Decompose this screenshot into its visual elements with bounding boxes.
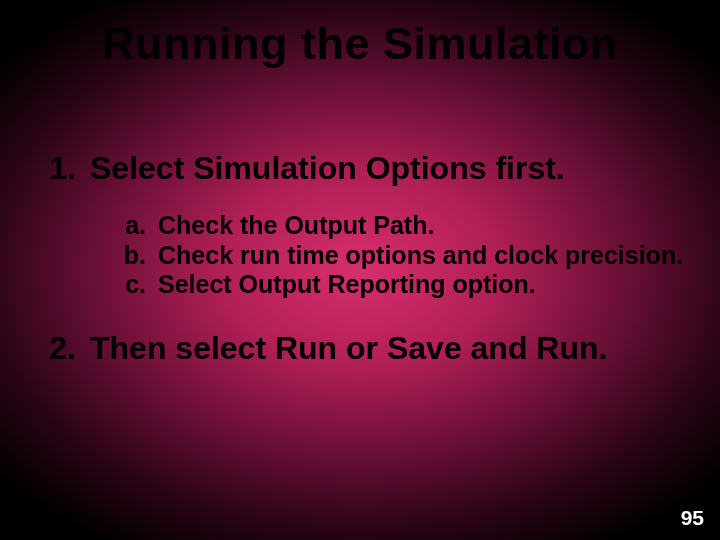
slide-body: 1. Select Simulation Options first. a. C… xyxy=(30,150,690,391)
substep-a: a. Check the Output Path. xyxy=(90,211,690,241)
substep-c-text: Select Output Reporting option. xyxy=(158,270,690,300)
substep-c: c. Select Output Reporting option. xyxy=(90,270,690,300)
substep-a-text: Check the Output Path. xyxy=(158,211,690,241)
slide-title: Running the Simulation xyxy=(0,18,720,70)
step-2-text: Then select Run or Save and Run. xyxy=(90,330,690,367)
substep-c-marker: c. xyxy=(90,270,158,300)
step-2-marker: 2. xyxy=(30,330,90,367)
substep-a-marker: a. xyxy=(90,211,158,241)
step-1-substeps: a. Check the Output Path. b. Check run t… xyxy=(90,211,690,300)
slide: Running the Simulation 1. Select Simulat… xyxy=(0,0,720,540)
step-2: 2. Then select Run or Save and Run. xyxy=(30,330,690,367)
step-1-text: Select Simulation Options first. xyxy=(90,150,690,187)
substep-b-text: Check run time options and clock precisi… xyxy=(158,241,690,271)
page-number: 95 xyxy=(681,506,704,530)
substep-b: b. Check run time options and clock prec… xyxy=(90,241,690,271)
substep-b-marker: b. xyxy=(90,241,158,271)
step-1: 1. Select Simulation Options first. xyxy=(30,150,690,187)
step-1-marker: 1. xyxy=(30,150,90,187)
